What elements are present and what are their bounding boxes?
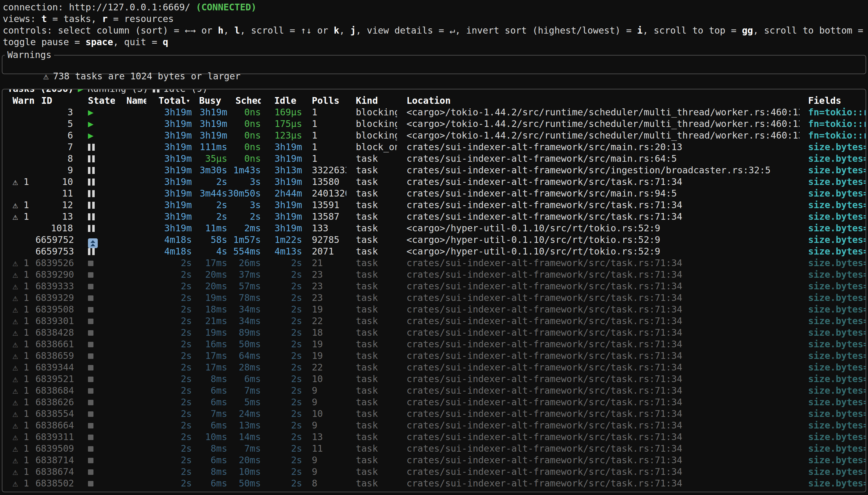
location-cell: crates/sui-indexer-alt-framework/src/tas… (397, 408, 800, 420)
task-row[interactable]: ⚠ 168386642s6ms13ms2s9taskcrates/sui-ind… (2, 420, 866, 431)
task-row[interactable]: ⚠ 168395212s8ms6ms2s10taskcrates/sui-ind… (2, 373, 866, 385)
task-row[interactable]: ⚠ 168386612s16ms50ms2s19taskcrates/sui-i… (2, 339, 866, 350)
task-row[interactable]: 3▶3h19m3h19m0ns169µs1blocking<cargo>/tok… (2, 106, 866, 118)
total-cell: 2s (146, 339, 194, 350)
task-row[interactable]: ⚠ 168386842s6ms7ms2s9taskcrates/sui-inde… (2, 385, 866, 396)
duration-value: 2s (181, 339, 192, 349)
task-row[interactable]: ⚠ 168387142s6ms20ms2s9taskcrates/sui-ind… (2, 455, 866, 466)
pause-icon (88, 248, 95, 255)
task-row[interactable]: ⚠ 168386742s8ms10ms2s9taskcrates/sui-ind… (2, 466, 866, 478)
task-row[interactable]: ⚠ 168395082s18ms34ms2s19taskcrates/sui-i… (2, 304, 866, 315)
kind-cell: task (346, 466, 397, 478)
column-label: State (88, 95, 115, 106)
sched-cell: 6ms (227, 373, 261, 385)
column-header-warn[interactable]: Warn (10, 95, 35, 106)
task-row[interactable]: ⚠ 168393012s21ms34ms2s22taskcrates/sui-i… (2, 315, 866, 327)
fields-value: size.bytes= (808, 351, 866, 361)
column-header-idle[interactable]: Idle (261, 95, 302, 106)
warning-icon: ⚠ (13, 315, 18, 326)
task-row[interactable]: 66597534m18s4s554ms4m13s2071task<cargo>/… (2, 246, 866, 257)
idle-cell: 169µs (261, 106, 302, 118)
id-cell: 6838502 (35, 478, 75, 489)
pause-icon (88, 144, 95, 151)
column-header-polls[interactable]: Polls (302, 95, 346, 106)
sched-cell: 1m43s (227, 165, 261, 176)
task-row[interactable]: ⚠ 168385022s6ms50ms2s8taskcrates/sui-ind… (2, 478, 866, 489)
task-row[interactable]: 113h19m3m44s30m50s2h44m2401320taskcrates… (2, 188, 866, 199)
task-row[interactable]: 83h19m35µs0ns3h19m1taskcrates/sui-indexe… (2, 153, 866, 165)
busy-cell: 6ms (194, 478, 227, 489)
idle-cell: 3h13m (261, 165, 302, 176)
column-header-state[interactable]: State (75, 95, 115, 106)
task-row[interactable]: ⚠ 168386262s6ms5ms2s9taskcrates/sui-inde… (2, 396, 866, 408)
task-row[interactable]: ⚠ 168395092s8ms7ms2s11taskcrates/sui-ind… (2, 443, 866, 455)
warning-icon: ⚠ (13, 420, 18, 431)
task-row[interactable]: ⚠ 1103h19m2s3s3h19m13580taskcrates/sui-i… (2, 176, 866, 188)
text-segment: connection: http://127.0.0.1:6669/ (3, 2, 196, 13)
text-segment: toggle pause = (3, 37, 85, 47)
column-header-name[interactable]: Name (115, 95, 146, 106)
polls-cell: 22 (302, 362, 346, 373)
duration-value: 2s (181, 351, 192, 361)
column-header-total[interactable]: Total▾ (146, 95, 194, 106)
text-segment: = resources (107, 13, 174, 24)
column-header-location[interactable]: Location (397, 95, 800, 106)
kind-cell: task (346, 420, 397, 431)
task-row[interactable]: ⚠ 168393332s20ms57ms2s23taskcrates/sui-i… (2, 280, 866, 292)
fields-value: fn=tokio::r (808, 118, 866, 129)
duration-value: 6ms (211, 478, 227, 489)
duration-value: 50ms (239, 478, 261, 489)
duration-value: 2s (291, 420, 302, 431)
warning-icon: ⚠ (13, 478, 18, 489)
task-row[interactable]: 6▶3h19m3h19m0ns123µs1blocking<cargo>/tok… (2, 130, 866, 141)
sched-cell: 7ms (227, 385, 261, 396)
warn-cell: ⚠ 1 (10, 431, 35, 443)
task-row[interactable]: ⚠ 168385542s7ms24ms2s10taskcrates/sui-in… (2, 408, 866, 420)
busy-cell: 19ms (194, 292, 227, 304)
sched-cell: 7ms (227, 443, 261, 455)
task-row[interactable]: 10183h19m11ms2ms3h19m133task<cargo>/hype… (2, 222, 866, 234)
task-row[interactable]: ⚠ 1123h19m2s3s3h19m13591taskcrates/sui-i… (2, 199, 866, 211)
duration-value: 2s (291, 351, 302, 361)
warn-cell: ⚠ 1 (10, 373, 35, 385)
column-header-id[interactable]: ID (35, 95, 75, 106)
task-row[interactable]: 5▶3h19m3h19m0ns175µs1blocking<cargo>/tok… (2, 118, 866, 130)
task-row[interactable]: ⚠ 168386592s17ms64ms2s19taskcrates/sui-i… (2, 350, 866, 362)
fields-value: size.bytes= (808, 223, 866, 234)
column-header-busy[interactable]: Busy (194, 95, 227, 106)
column-label: Sched (235, 95, 261, 106)
task-row[interactable]: ⚠ 1133h19m2s2s3h19m13587taskcrates/sui-i… (2, 211, 866, 222)
task-row[interactable]: ⚠ 168384282s19ms89ms2s18taskcrates/sui-i… (2, 327, 866, 339)
pause-icon (88, 202, 95, 209)
column-header-sched[interactable]: Sched (227, 95, 261, 106)
duration-value: 3h19m (274, 142, 302, 152)
duration-value: 1m43s (233, 165, 261, 175)
task-row[interactable]: ⚠ 168395262s17ms26ms2s21taskcrates/sui-i… (2, 257, 866, 269)
task-row[interactable]: ⚠ 168393292s19ms78ms2s23taskcrates/sui-i… (2, 292, 866, 304)
task-row[interactable]: 93h19m3m30s1m43s3h13m3322633taskcrates/s… (2, 165, 866, 176)
key-hint: t (41, 13, 47, 24)
id-cell: 6838674 (35, 466, 75, 478)
fields-cell: size.bytes= (800, 385, 866, 396)
total-cell: 2s (146, 315, 194, 327)
task-row[interactable]: 66597524m18s58s1m57s1m22s92785task<cargo… (2, 234, 866, 246)
idle-cell: 3h19m (261, 153, 302, 165)
fields-value: size.bytes= (808, 315, 866, 326)
key-hint: h (218, 25, 223, 36)
duration-value: 0ns (244, 130, 261, 141)
column-header-kind[interactable]: Kind (346, 95, 397, 106)
polls-cell: 19 (302, 304, 346, 315)
idle-cell: 2s (261, 292, 302, 304)
task-row[interactable]: ⚠ 168393112s10ms14ms2s13taskcrates/sui-i… (2, 431, 866, 443)
idle-cell: 2s (261, 396, 302, 408)
state-cell (75, 188, 115, 199)
duration-value: 3s (250, 176, 261, 187)
busy-cell: 11ms (194, 222, 227, 234)
column-header-fields[interactable]: Fields (800, 95, 866, 106)
task-row[interactable]: ⚠ 168393442s17ms28ms2s22taskcrates/sui-i… (2, 362, 866, 373)
table-body: 3▶3h19m3h19m0ns169µs1blocking<cargo>/tok… (2, 106, 866, 489)
duration-value: 2s (181, 478, 192, 489)
task-row[interactable]: 73h19m111ms0ns3h19m1block_oncrates/sui-i… (2, 141, 866, 153)
sched-cell: 10ms (227, 466, 261, 478)
task-row[interactable]: ⚠ 168392902s20ms37ms2s23taskcrates/sui-i… (2, 269, 866, 280)
